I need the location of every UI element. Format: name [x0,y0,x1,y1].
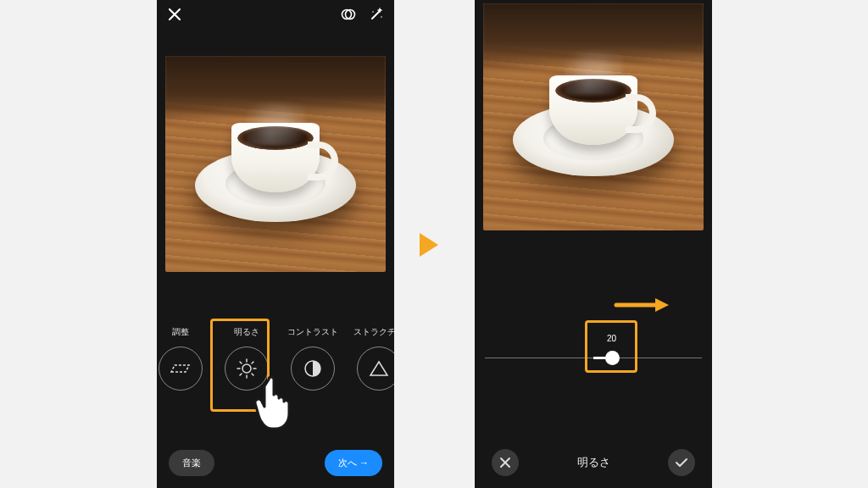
music-button-label: 音楽 [182,457,201,469]
edit-option-contrast[interactable]: コントラスト [287,326,338,391]
transition-arrow-icon [420,233,438,257]
music-button[interactable]: 音楽 [169,450,214,476]
edit-options-row[interactable]: 調整 明るさ コントラスト ストラクチャ [157,284,394,391]
svg-point-3 [381,16,382,18]
edit-option-adjust[interactable]: 調整 [157,326,206,391]
svg-point-2 [372,11,374,13]
current-edit-title: 明るさ [577,455,610,470]
wand-icon[interactable] [369,7,384,25]
svg-line-10 [252,374,253,375]
next-button-label: 次へ → [338,457,369,469]
slider-thumb[interactable] [605,351,620,365]
phone-screen-brightness-slider: 20 明るさ [475,0,712,488]
next-button[interactable]: 次へ → [325,450,382,476]
brightness-sun-icon [225,347,269,391]
close-icon[interactable] [167,7,182,25]
adjust-crop-icon [159,347,203,391]
close-icon [499,457,511,469]
svg-line-9 [240,362,242,363]
svg-line-11 [252,362,253,363]
slider-value-label: 20 [607,334,616,343]
svg-line-12 [240,374,242,375]
edit-option-label: コントラスト [287,326,338,338]
edit-option-label: 明るさ [234,326,259,338]
contrast-icon [291,347,335,391]
edit-option-structure[interactable]: ストラクチャ [353,326,394,391]
edited-photo[interactable] [483,3,704,230]
edited-photo[interactable] [165,56,386,272]
bottom-confirm-row: 明るさ [475,449,712,476]
bottom-action-row: 音楽 次へ → [157,450,394,476]
brightness-slider[interactable]: 20 [475,315,712,383]
confirm-button[interactable] [668,449,695,476]
cancel-button[interactable] [492,449,519,476]
overlap-icon[interactable] [340,6,357,26]
edit-option-brightness[interactable]: 明るさ [221,326,272,391]
structure-triangle-icon [357,347,394,391]
phone-screen-edit-options: 調整 明るさ コントラスト ストラクチャ [157,0,394,488]
topbar [157,0,394,32]
image-preview [475,0,712,242]
image-preview [157,32,394,284]
check-icon [675,457,688,469]
edit-option-label: ストラクチャ [353,326,394,338]
drag-direction-arrow-icon [613,297,672,313]
svg-point-4 [242,364,251,373]
edit-option-label: 調整 [172,326,189,338]
